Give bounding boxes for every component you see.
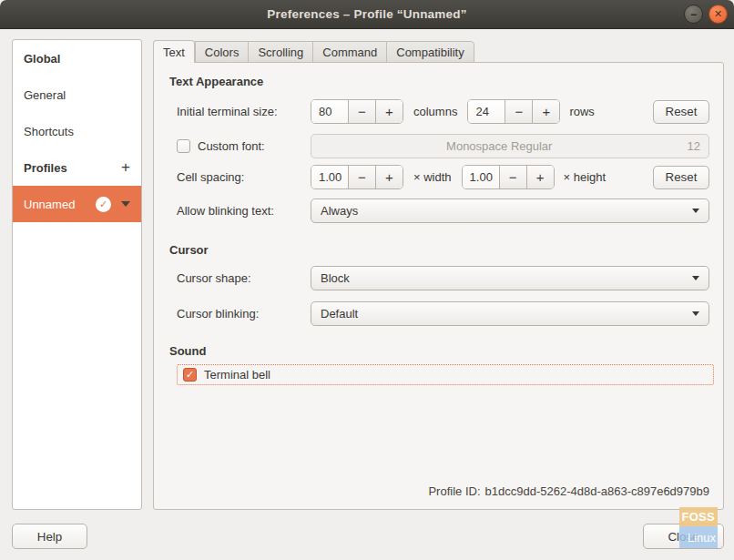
cursor-blinking-value: Default (321, 307, 358, 321)
font-size: 12 (688, 139, 709, 153)
section-heading-cursor: Cursor (169, 243, 209, 257)
terminal-bell-label: Terminal bell (204, 368, 270, 382)
allow-blinking-text-row: Allow blinking text: Always (177, 199, 709, 223)
cursor-shape-label: Cursor shape: (177, 271, 311, 285)
rows-value[interactable]: 24 (468, 100, 505, 123)
cursor-shape-value: Block (321, 271, 350, 285)
width-spacing-spinner: 1.00 − + (311, 165, 403, 189)
sidebar-item-profiles[interactable]: Profiles + (13, 149, 141, 186)
tab-colors[interactable]: Colors (195, 41, 249, 63)
cursor-blinking-dropdown[interactable]: Default (311, 301, 709, 326)
sidebar-item-label: General (24, 88, 66, 102)
tab-text[interactable]: Text (153, 40, 195, 63)
height-spacing-spinner: 1.00 − + (462, 165, 555, 189)
section-heading-text-appearance: Text Appearance (169, 75, 263, 88)
custom-font-checkbox[interactable] (177, 139, 190, 153)
sidebar-item-label: Global (24, 52, 60, 66)
reset-spacing-button[interactable]: Reset (653, 166, 709, 189)
add-profile-button[interactable]: + (121, 158, 130, 177)
fosslinux-watermark: FOSS Linux (679, 507, 718, 548)
active-profile-check-icon: ✓ (96, 197, 111, 212)
custom-font-label: Custom font: (198, 139, 265, 153)
terminal-bell-checkbox[interactable]: ✓ (183, 368, 197, 382)
section-heading-sound: Sound (169, 344, 206, 358)
initial-terminal-size-label: Initial terminal size: (177, 105, 311, 118)
sidebar-item-label: Profiles (24, 161, 67, 175)
allow-blinking-text-value: Always (321, 204, 358, 218)
columns-unit-label: columns (413, 105, 457, 118)
width-unit-label: × width (413, 170, 452, 184)
width-spacing-value[interactable]: 1.00 (311, 166, 348, 188)
sidebar-item-label: Unnamed (24, 198, 75, 211)
sidebar: Global General Shortcuts Profiles + Unna… (12, 39, 142, 510)
titlebar: Preferences – Profile “Unnamed” − ✕ (0, 0, 734, 29)
height-spacing-decrement-button[interactable]: − (499, 166, 526, 188)
chevron-down-icon (692, 276, 699, 280)
reset-size-button[interactable]: Reset (653, 100, 709, 124)
cursor-blinking-label: Cursor blinking: (177, 307, 311, 321)
custom-font-label-group: Custom font: (177, 139, 311, 153)
allow-blinking-text-label: Allow blinking text: (177, 204, 311, 218)
rows-unit-label: rows (569, 105, 594, 118)
font-name: Monospace Regular (311, 139, 688, 153)
watermark-top-text: FOSS (679, 507, 718, 526)
rows-spinner: 24 − + (467, 99, 560, 124)
initial-terminal-size-row: Initial terminal size: 80 − + columns 24… (177, 99, 709, 124)
chevron-down-icon (692, 209, 699, 213)
sidebar-item-shortcuts[interactable]: Shortcuts (13, 113, 141, 149)
watermark-bottom-text: Linux (679, 526, 718, 548)
help-button[interactable]: Help (12, 524, 87, 549)
sidebar-item-global[interactable]: Global (13, 40, 141, 76)
columns-increment-button[interactable]: + (375, 100, 403, 123)
height-spacing-increment-button[interactable]: + (526, 166, 554, 188)
tab-compatibility[interactable]: Compatibility (386, 41, 474, 63)
width-spacing-decrement-button[interactable]: − (348, 166, 375, 188)
profile-id-value: b1dcc9dd-5262-4d8d-a863-c897e6d979b9 (485, 484, 710, 498)
sidebar-item-general[interactable]: General (13, 76, 141, 113)
font-chooser-button[interactable]: Monospace Regular 12 (311, 134, 709, 158)
sidebar-item-label: Shortcuts (24, 125, 74, 138)
sidebar-item-unnamed-profile[interactable]: Unnamed ✓ (13, 186, 141, 222)
columns-value[interactable]: 80 (311, 100, 348, 123)
profile-menu-caret-icon[interactable] (121, 201, 130, 207)
rows-decrement-button[interactable]: − (505, 100, 532, 123)
cell-spacing-label: Cell spacing: (177, 170, 311, 184)
window-title: Preferences – Profile “Unnamed” (267, 7, 466, 21)
height-unit-label: × height (564, 170, 607, 184)
custom-font-row: Custom font: Monospace Regular 12 (177, 134, 709, 158)
chevron-down-icon (692, 311, 699, 316)
minimize-icon[interactable]: − (684, 5, 703, 24)
profile-id-label: Profile ID: (428, 484, 480, 498)
text-tab-panel: Text Appearance Initial terminal size: 8… (153, 62, 724, 510)
cell-spacing-row: Cell spacing: 1.00 − + × width 1.00 − + … (177, 165, 709, 189)
allow-blinking-text-dropdown[interactable]: Always (311, 199, 709, 223)
cursor-shape-dropdown[interactable]: Block (311, 266, 709, 290)
tab-scrolling[interactable]: Scrolling (248, 41, 312, 63)
width-spacing-increment-button[interactable]: + (375, 166, 403, 188)
cursor-shape-row: Cursor shape: Block (177, 266, 709, 290)
tab-bar: Text Colors Scrolling Command Compatibil… (153, 40, 474, 63)
columns-decrement-button[interactable]: − (348, 100, 375, 123)
tab-command[interactable]: Command (312, 41, 386, 63)
close-icon[interactable]: ✕ (709, 5, 728, 24)
height-spacing-value[interactable]: 1.00 (463, 166, 499, 188)
terminal-bell-row[interactable]: ✓ Terminal bell (177, 364, 714, 385)
rows-increment-button[interactable]: + (532, 100, 559, 123)
cursor-blinking-row: Cursor blinking: Default (177, 301, 709, 326)
window-controls: − ✕ (684, 5, 728, 24)
profile-id: Profile ID:b1dcc9dd-5262-4d8d-a863-c897e… (428, 484, 709, 498)
columns-spinner: 80 − + (311, 99, 403, 124)
